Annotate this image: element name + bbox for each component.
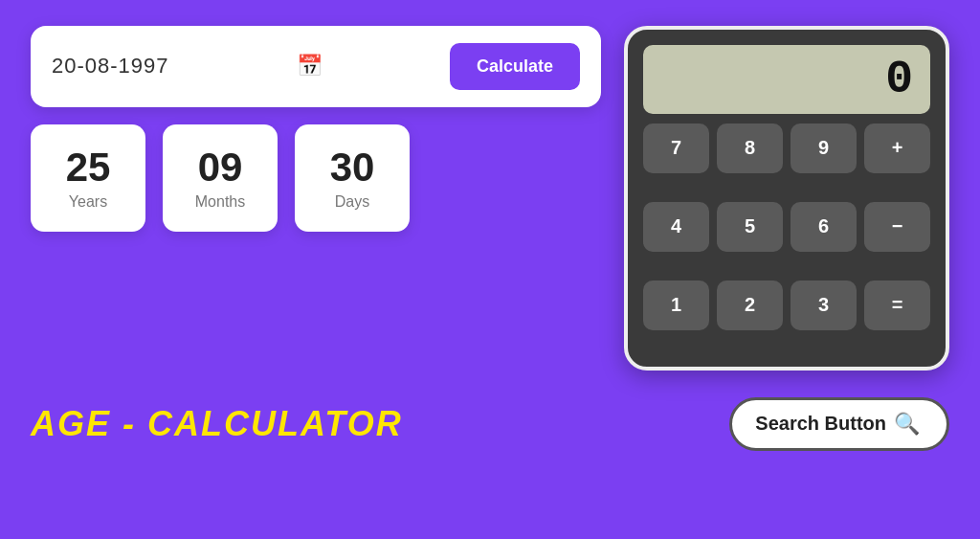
months-value: 09 bbox=[198, 146, 243, 190]
search-button-text: Search Button bbox=[755, 413, 886, 435]
calc-btn-2[interactable]: 2 bbox=[717, 281, 783, 330]
calc-btn-[interactable]: + bbox=[864, 124, 930, 173]
calc-btn-5[interactable]: 5 bbox=[717, 202, 783, 252]
calc-btn-[interactable]: = bbox=[864, 281, 930, 330]
calc-btn-9[interactable]: 9 bbox=[791, 124, 857, 173]
calc-btn-4[interactable]: 4 bbox=[643, 202, 709, 252]
calc-btn-[interactable]: − bbox=[864, 202, 930, 252]
calc-btn-3[interactable]: 3 bbox=[791, 281, 857, 330]
calc-display-value: 0 bbox=[885, 54, 915, 105]
years-value: 25 bbox=[66, 146, 111, 190]
search-button[interactable]: Search Button 🔍 bbox=[729, 397, 949, 451]
calc-buttons: 789+456−123= bbox=[643, 124, 930, 351]
left-section: 20-08-1997 📅 Calculate 25 Years 09 Month… bbox=[31, 26, 601, 232]
years-label: Years bbox=[69, 193, 107, 211]
calc-btn-6[interactable]: 6 bbox=[791, 202, 857, 252]
days-label: Days bbox=[335, 193, 369, 211]
days-value: 30 bbox=[330, 146, 375, 190]
calc-display: 0 bbox=[643, 45, 930, 114]
result-row: 25 Years 09 Months 30 Days bbox=[31, 124, 601, 232]
months-label: Months bbox=[195, 193, 245, 211]
calculator: 0 789+456−123= bbox=[624, 26, 949, 371]
app-title: AGE - CALCULATOR bbox=[31, 404, 403, 444]
search-icon: 🔍 bbox=[894, 412, 920, 437]
years-card: 25 Years bbox=[31, 124, 145, 232]
calendar-icon[interactable]: 📅 bbox=[297, 54, 323, 79]
top-row: 20-08-1997 📅 Calculate 25 Years 09 Month… bbox=[31, 26, 949, 371]
calc-btn-7[interactable]: 7 bbox=[643, 124, 709, 173]
date-value: 20-08-1997 bbox=[52, 54, 169, 79]
calculate-button[interactable]: Calculate bbox=[450, 43, 580, 90]
days-card: 30 Days bbox=[295, 124, 410, 232]
calc-btn-8[interactable]: 8 bbox=[717, 124, 783, 173]
months-card: 09 Months bbox=[163, 124, 278, 232]
bottom-row: AGE - CALCULATOR Search Button 🔍 bbox=[31, 397, 949, 451]
main-container: 20-08-1997 📅 Calculate 25 Years 09 Month… bbox=[31, 26, 949, 514]
date-card: 20-08-1997 📅 Calculate bbox=[31, 26, 601, 107]
calc-btn-1[interactable]: 1 bbox=[643, 281, 709, 330]
